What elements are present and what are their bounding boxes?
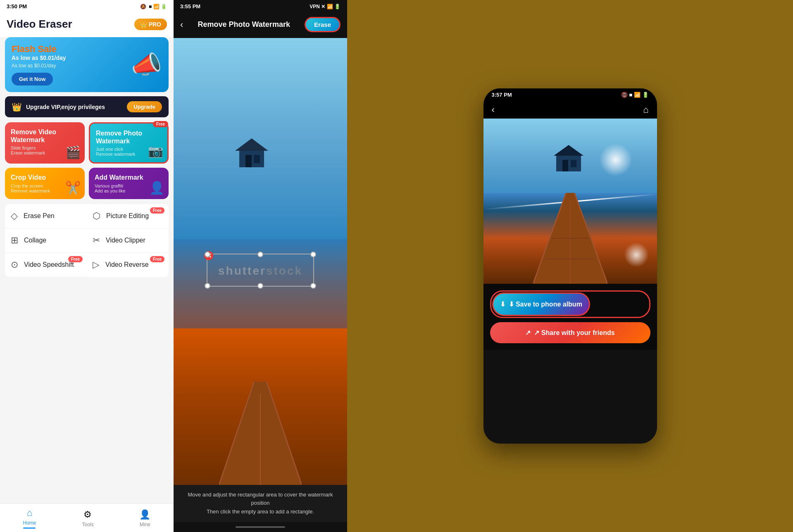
video-clipper-icon: ✂ <box>93 235 100 246</box>
bottom-indicator-2 <box>174 522 347 532</box>
home-nav-label: Home <box>23 520 36 526</box>
feature-remove-video-watermark[interactable]: Remove VideoWatermark Slide fingersErase… <box>5 122 85 164</box>
menu-item-video-clipper[interactable]: ✂ Video Clipper <box>87 228 169 253</box>
get-it-now-button[interactable]: Get it Now <box>12 73 53 86</box>
nav-mine[interactable]: 👤 Mine <box>139 509 150 527</box>
panel-video-eraser: 3:50 PM 🔕 ■ 📶 🔋 Video Eraser 👑 PRO Flash… <box>0 0 174 532</box>
feature-remove-photo-watermark[interactable]: Free Remove PhotoWatermark Just one clic… <box>89 122 169 164</box>
crown-icon: 👑 <box>140 21 147 28</box>
erase-button[interactable]: Erase <box>305 17 341 32</box>
phone-photo-area <box>483 119 657 284</box>
flash-sale-title: Flash Sale <box>12 44 66 55</box>
instruction-line3: Then click the empty area to add a recta… <box>179 508 341 516</box>
feature-card-title-1: Remove VideoWatermark <box>11 128 79 144</box>
nav-tools[interactable]: ⚙ Tools <box>82 509 93 527</box>
free-badge-speedshift: Free <box>68 256 83 262</box>
pier-svg <box>219 382 302 485</box>
pro-badge: 👑 PRO <box>134 19 167 30</box>
panel2-title: Remove Photo Watermark <box>198 20 290 29</box>
svg-marker-9 <box>554 145 583 156</box>
vip-bar: 👑 Upgrade VIP,enjoy privileges Upgrade <box>5 96 169 117</box>
handle-tr[interactable] <box>310 252 316 257</box>
phone-back-button[interactable]: ‹ <box>492 104 495 115</box>
phone-status-time: 3:57 PM <box>492 92 512 98</box>
battery-icon: ■ 📶 🔋 <box>149 4 167 10</box>
bottom-nav: ⌂ Home ⚙ Tools 👤 Mine <box>0 503 174 532</box>
handle-tl[interactable] <box>205 252 210 257</box>
tools-nav-icon: ⚙ <box>83 509 92 520</box>
status-icons-1: 🔕 ■ 📶 🔋 <box>140 4 167 10</box>
feature-crop-video[interactable]: Crop Video Crop the screenRemove waterma… <box>5 168 85 199</box>
feature-add-watermark[interactable]: Add Watermark Various graffitiAdd as you… <box>89 168 169 199</box>
svg-rect-8 <box>556 156 581 171</box>
erase-pen-label: Erase Pen <box>24 212 55 220</box>
status-time-2: 3:55 PM <box>180 3 200 10</box>
phone-light-effect-2 <box>624 242 649 267</box>
back-arrow-button[interactable]: ‹ <box>180 19 183 30</box>
handle-bl[interactable] <box>205 283 210 289</box>
photo-watermark-icon: 📷 <box>148 144 163 158</box>
menu-item-picture-editing[interactable]: Free ⬡ Picture Editing <box>87 204 169 228</box>
phone-status-bar: 3:57 PM 📵 ■ 📶 🔋 <box>483 88 657 101</box>
phone-top-bar: ‹ ⌂ <box>483 101 657 119</box>
video-watermark-icon: 🎬 <box>65 145 81 159</box>
menu-item-video-reverse[interactable]: Free ▷ Video Reverse <box>87 253 169 277</box>
flash-sale-banner: Flash Sale As low as $0.01/day As low as… <box>5 37 169 92</box>
status-bar-2: 3:55 PM VPN ✕ 📶 🔋 <box>174 0 347 13</box>
house-svg <box>233 136 270 169</box>
pro-label: PRO <box>149 21 161 28</box>
share-with-friends-button[interactable]: ↗ ↗ Share with your friends <box>490 322 650 343</box>
free-badge-reverse: Free <box>150 256 164 262</box>
phone-home-icon[interactable]: ⌂ <box>643 104 648 115</box>
save-icon: ⬇ <box>500 300 505 308</box>
feature-card-title-2: Remove PhotoWatermark <box>96 129 162 145</box>
photo-canvas-area: ✕ shutterstock <box>174 38 347 485</box>
instruction-line1: Move and adjust the rectangular area to … <box>179 491 341 499</box>
nav-home[interactable]: ⌂ Home <box>23 508 36 529</box>
instruction-line2: position <box>179 499 341 508</box>
handle-bm[interactable] <box>257 283 263 289</box>
vip-crown-icon: 👑 <box>12 102 22 112</box>
svg-rect-3 <box>254 155 260 163</box>
status-bar-1: 3:50 PM 🔕 ■ 📶 🔋 <box>0 0 174 13</box>
menu-item-erase-pen[interactable]: ◇ Erase Pen <box>5 204 87 228</box>
photo-instruction: Move and adjust the rectangular area to … <box>174 485 347 522</box>
panel-phone-device: 3:57 PM 📵 ■ 📶 🔋 ‹ ⌂ <box>347 0 793 532</box>
free-badge-picture: Free <box>150 207 164 214</box>
signal-icon: 🔕 <box>140 4 146 10</box>
picture-editing-label: Picture Editing <box>106 212 149 220</box>
menu-item-video-speedshift[interactable]: Free ⊙ Video Speedshift <box>5 253 87 277</box>
video-speedshift-label: Video Speedshift <box>24 261 74 268</box>
phone-house-svg <box>552 143 585 172</box>
menu-grid: ◇ Erase Pen Free ⬡ Picture Editing ⊞ Col… <box>5 204 169 277</box>
dock-area: ⬇ ⬇ Save to phone album ↗ ↗ Share with y… <box>483 284 657 350</box>
panel2-header: ‹ Remove Photo Watermark Erase <box>174 13 347 38</box>
crop-video-icon: ✂️ <box>65 180 81 195</box>
vip-bar-left: 👑 Upgrade VIP,enjoy privileges <box>12 102 105 112</box>
handle-tm[interactable] <box>257 252 263 257</box>
watermark-selection-box[interactable]: ✕ <box>207 254 314 287</box>
picture-editing-icon: ⬡ <box>93 211 100 221</box>
menu-item-collage[interactable]: ⊞ Collage <box>5 228 87 253</box>
share-icon: ↗ <box>525 329 531 337</box>
collage-icon: ⊞ <box>11 235 18 246</box>
save-to-album-button[interactable]: ⬇ ⬇ Save to phone album <box>492 292 590 316</box>
flash-sale-text: Flash Sale As low as $0.01/day As low as… <box>12 44 66 86</box>
video-reverse-icon: ▷ <box>93 259 100 270</box>
app-header: Video Eraser 👑 PRO <box>0 13 174 37</box>
app-title: Video Eraser <box>7 18 72 31</box>
home-nav-underline <box>23 527 36 529</box>
tools-nav-label: Tools <box>82 522 93 527</box>
vpn-icon: VPN ✕ 📶 🔋 <box>310 4 341 10</box>
mine-nav-label: Mine <box>140 522 150 527</box>
svg-rect-10 <box>562 160 568 171</box>
mine-nav-icon: 👤 <box>139 509 150 520</box>
handle-br[interactable] <box>310 283 316 289</box>
upgrade-button[interactable]: Upgrade <box>127 101 162 112</box>
erase-pen-icon: ◇ <box>11 211 18 221</box>
svg-rect-11 <box>571 160 576 167</box>
svg-marker-1 <box>235 138 268 151</box>
save-button-wrapper: ⬇ ⬇ Save to phone album <box>490 290 650 318</box>
home-nav-icon: ⌂ <box>27 508 32 518</box>
megaphone-icon: 📣 <box>131 50 162 79</box>
